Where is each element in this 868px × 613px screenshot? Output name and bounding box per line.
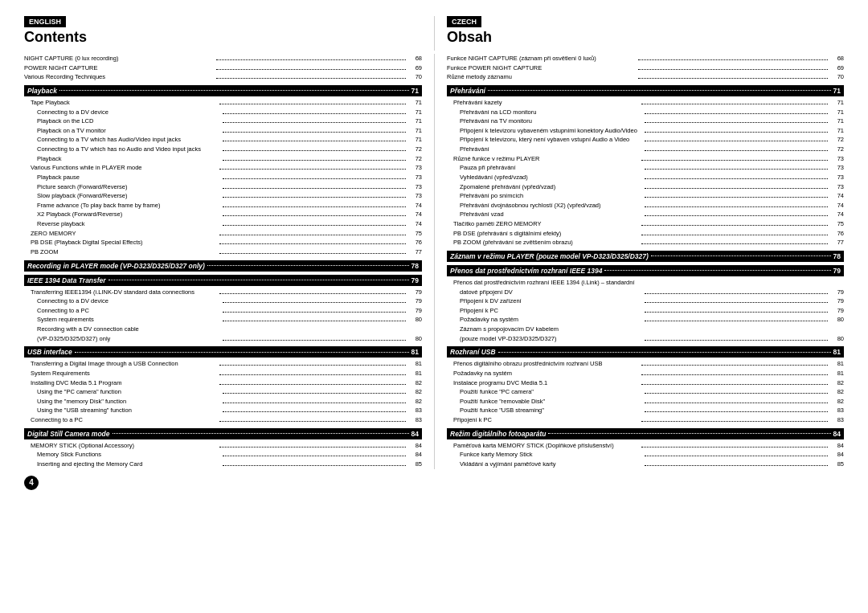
toc-dots bbox=[223, 141, 407, 141]
toc-label: System requirements bbox=[37, 315, 221, 325]
toc-page: 70 bbox=[407, 72, 422, 82]
toc-line: Tape Playback71 bbox=[24, 98, 422, 108]
toc-dots bbox=[645, 215, 828, 216]
toc-line: Přehrávání vzad74 bbox=[447, 210, 844, 219]
toc-dots bbox=[223, 122, 407, 123]
toc-dots bbox=[641, 160, 828, 161]
toc-dots bbox=[641, 384, 828, 385]
toc-dots bbox=[216, 78, 407, 79]
toc-page: 83 bbox=[829, 415, 844, 425]
toc-dots bbox=[219, 384, 407, 385]
toc-dots bbox=[645, 150, 828, 151]
toc-page: 84 bbox=[829, 441, 844, 451]
toc-label: PB DSE (přehrávání s digitálními efekty) bbox=[453, 229, 640, 239]
toc-label: Přehrávání na TV monitoru bbox=[460, 116, 643, 126]
toc-label: Přenos dat prostřednictvím rozhraní IEEE… bbox=[453, 278, 844, 288]
toc-dots bbox=[223, 312, 407, 313]
toc-label: NIGHT CAPTURE (0 lux recording) bbox=[24, 54, 215, 63]
toc-line: Přehrávání dvojnásobnou rychlostí (X2) (… bbox=[447, 201, 844, 210]
toc-dots bbox=[223, 321, 407, 321]
toc-dots bbox=[641, 447, 828, 447]
toc-line: Přenos digitálního obrazu prostřednictví… bbox=[447, 359, 844, 369]
section-header-page: 78 bbox=[411, 262, 419, 270]
section-header: Přehrávání71 bbox=[447, 85, 844, 96]
toc-line: Playback72 bbox=[24, 154, 422, 164]
section-header-dots bbox=[498, 352, 831, 353]
toc-line: System requirements80 bbox=[24, 315, 422, 325]
toc-dots bbox=[641, 235, 828, 235]
left-column-header: ENGLISH Contents bbox=[24, 16, 434, 51]
toc-page: 71 bbox=[829, 116, 844, 126]
toc-dots bbox=[219, 365, 407, 366]
toc-label: Funkce NIGHT CAPTURE (záznam při osvětle… bbox=[447, 54, 637, 63]
toc-dots bbox=[219, 421, 407, 422]
toc-dots bbox=[223, 178, 407, 179]
toc-page: 80 bbox=[829, 334, 844, 344]
toc-line: PB DSE (Playback Digital Special Effects… bbox=[24, 238, 422, 247]
toc-label: PB DSE (Playback Digital Special Effects… bbox=[31, 238, 218, 247]
toc-dots bbox=[645, 321, 828, 321]
toc-line: Přehrávání kazety71 bbox=[447, 98, 844, 108]
toc-line: Using the "memory Disk" function82 bbox=[24, 397, 422, 407]
right-toc: Funkce NIGHT CAPTURE (záznam při osvětle… bbox=[434, 54, 844, 469]
toc-page: 81 bbox=[407, 369, 422, 378]
toc-page: 84 bbox=[407, 441, 422, 451]
toc-label: Using the "PC camera" function bbox=[37, 387, 221, 397]
toc-label: Použití funkce "USB streaming" bbox=[460, 406, 643, 415]
toc-line: Frame advance (To play back frame by fra… bbox=[24, 201, 422, 210]
toc-label: Picture search (Forward/Reverse) bbox=[37, 182, 221, 192]
toc-page: 71 bbox=[407, 126, 422, 136]
section-header: USB interface81 bbox=[24, 346, 422, 358]
toc-label: Various Functions while in PLAYER mode bbox=[31, 163, 218, 173]
right-column-header: CZECH Obsah bbox=[434, 16, 844, 51]
toc-label: PB ZOOM (přehrávání se zvětšením obrazu) bbox=[453, 238, 640, 247]
section-header: Recording in PLAYER mode (VP-D323/D325/D… bbox=[24, 260, 422, 272]
toc-dots bbox=[219, 235, 407, 235]
section-header-dots bbox=[548, 433, 830, 434]
section-header-label: USB interface bbox=[27, 348, 72, 356]
toc-page: 82 bbox=[829, 397, 844, 407]
toc-page: 73 bbox=[407, 191, 422, 201]
toc-dots bbox=[219, 253, 407, 254]
toc-page: 73 bbox=[829, 182, 844, 192]
section-header-label: Playback bbox=[27, 87, 57, 95]
toc-label: Playback on the LCD bbox=[37, 116, 221, 126]
toc-line: Přehrávání po snímcích74 bbox=[447, 191, 844, 201]
toc-label: Recording with a DV connection cable bbox=[37, 325, 422, 334]
toc-line: PB ZOOM77 bbox=[24, 247, 422, 257]
toc-line: Přehrávání na LCD monitoru71 bbox=[447, 108, 844, 117]
toc-line: Tlačítko paměti ZERO MEMORY75 bbox=[447, 219, 844, 229]
toc-label: Funkce POWER NIGHT CAPTURE bbox=[447, 63, 637, 73]
toc-page: 74 bbox=[829, 210, 844, 219]
toc-dots bbox=[645, 197, 828, 198]
toc-label: Playback pause bbox=[37, 173, 221, 182]
page-container: ENGLISH Contents CZECH Obsah NIGHT CAPTU… bbox=[24, 16, 844, 490]
toc-label: Pauza při přehrávání bbox=[460, 163, 643, 173]
toc-label: Reverse playback bbox=[37, 219, 221, 229]
toc-page: 85 bbox=[829, 460, 844, 469]
toc-page: 74 bbox=[407, 219, 422, 229]
section-header-label: Režim digitálního fotoaparátu bbox=[450, 430, 546, 438]
toc-label: Záznam s propojovacím DV kabelem bbox=[460, 325, 844, 334]
section-header: Záznam v režimu PLAYER (pouze model VP-D… bbox=[447, 251, 844, 262]
section-header: Přenos dat prostřednictvím rozhraní IEEE… bbox=[447, 265, 844, 276]
toc-label: Připojení k televizoru vybaveném vstupní… bbox=[460, 126, 643, 136]
toc-label: Přenos digitálního obrazu prostřednictví… bbox=[453, 359, 640, 369]
toc-label: Požadavky na systém bbox=[460, 315, 643, 325]
section-header-page: 81 bbox=[411, 348, 419, 356]
toc-dots bbox=[219, 104, 407, 104]
toc-dots bbox=[645, 340, 828, 341]
toc-label: Připojení k televizoru, který není vybav… bbox=[460, 135, 643, 145]
toc-page: 79 bbox=[407, 296, 422, 306]
section-header-label: Přenos dat prostřednictvím rozhraní IEEE… bbox=[450, 267, 602, 275]
section-header: Playback71 bbox=[24, 85, 422, 96]
toc-page: 82 bbox=[829, 387, 844, 397]
toc-line: Slow playback (Forward/Reverse)73 bbox=[24, 191, 422, 201]
toc-dots bbox=[638, 59, 828, 60]
toc-dots bbox=[638, 78, 828, 79]
toc-line: Připojení k televizoru vybaveném vstupní… bbox=[447, 126, 844, 136]
toc-page: 72 bbox=[407, 145, 422, 154]
toc-page: 69 bbox=[407, 63, 422, 73]
toc-page: 72 bbox=[407, 154, 422, 164]
section-header-dots bbox=[59, 90, 409, 91]
